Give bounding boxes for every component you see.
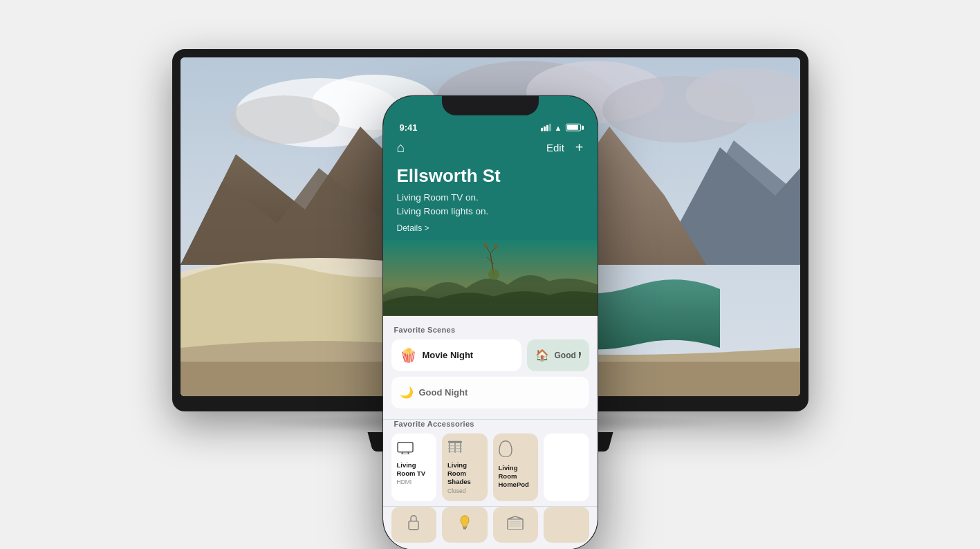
- movie-night-icon: 🍿: [400, 346, 417, 363]
- phone-frame: 9:41 ▲ ⌂ Edit: [383, 96, 598, 549]
- home-details-link[interactable]: Details >: [383, 220, 598, 239]
- accessory-tile-tv[interactable]: Living Room TV HDMI: [391, 433, 437, 501]
- movie-night-label: Movie Night: [423, 350, 474, 360]
- accessory-name-tv: Living Room TV: [397, 460, 432, 478]
- add-button[interactable]: +: [575, 140, 584, 156]
- accessory-tile-shades[interactable]: Living Room Shades Closed: [442, 433, 488, 501]
- good-morning-icon: 🏠: [535, 348, 549, 362]
- good-night-scene-button[interactable]: 🌙 Good Night: [391, 376, 589, 408]
- battery-icon: [566, 124, 581, 131]
- lock-icon: [407, 514, 420, 534]
- wifi-icon: ▲: [555, 123, 562, 131]
- accessory-tile-lock[interactable]: [391, 506, 437, 542]
- phone-container: 9:41 ▲ ⌂ Edit: [383, 96, 598, 549]
- accessory-name-shades: Living Room Shades: [447, 460, 482, 486]
- accessory-tile-bulb[interactable]: [442, 506, 488, 542]
- movie-night-scene-button[interactable]: 🍿 Movie Night: [391, 339, 521, 371]
- svg-point-30: [494, 244, 498, 248]
- accessories-section-title: Favorite Accessories: [391, 419, 589, 433]
- svg-point-3: [229, 95, 340, 144]
- accessory-name-homepod: Living Room HomePod: [499, 463, 533, 489]
- tv-accessory-icon: [397, 440, 414, 458]
- accessory-tile-empty: [544, 433, 589, 501]
- garage-icon: [507, 515, 524, 533]
- good-night-icon: 🌙: [400, 386, 414, 399]
- svg-point-29: [483, 243, 488, 247]
- accessories-section: Favorite Accessories Living Room TV HDMI: [383, 419, 598, 506]
- accessories-bottom: [383, 506, 598, 549]
- good-morning-label: Good Mo: [555, 350, 581, 360]
- bulb-icon: [458, 514, 472, 534]
- status-bar: 9:41 ▲: [383, 115, 598, 136]
- svg-point-31: [488, 268, 499, 279]
- home-actions: Edit +: [546, 140, 584, 156]
- phone-notch: [442, 96, 539, 115]
- good-night-label: Good Night: [419, 387, 468, 398]
- accessory-tile-bottom-empty: [544, 506, 589, 542]
- good-night-row: 🌙 Good Night: [391, 376, 589, 408]
- accessories-bottom-grid: [391, 506, 589, 542]
- home-status-line1: Living Room TV on. Living Room lights on…: [383, 189, 598, 221]
- status-time: 9:41: [400, 122, 418, 133]
- signal-icon: [541, 124, 551, 131]
- scenes-row-1: 🍿 Movie Night 🏠 Good Mo: [391, 339, 589, 371]
- scenes-section-title: Favorite Scenes: [391, 325, 589, 339]
- home-header: ⌂ Edit +: [383, 136, 598, 162]
- accessories-grid: Living Room TV HDMI Living Room Shades C…: [391, 433, 589, 501]
- accessory-sub-shades: Closed: [447, 487, 465, 494]
- landscape-area: [383, 239, 598, 315]
- accessory-tile-garage[interactable]: [493, 506, 539, 542]
- good-morning-scene-button[interactable]: 🏠 Good Mo: [527, 339, 589, 371]
- phone-screen: 9:41 ▲ ⌂ Edit: [383, 96, 598, 549]
- svg-rect-43: [409, 521, 418, 529]
- edit-button[interactable]: Edit: [546, 142, 564, 153]
- accessory-sub-tv: HDMI: [397, 478, 412, 485]
- shades-accessory-icon: [447, 440, 463, 458]
- accessory-tile-homepod[interactable]: Living Room HomePod: [493, 433, 539, 501]
- svg-rect-36: [448, 440, 462, 443]
- svg-rect-32: [398, 442, 413, 452]
- homepod-accessory-icon: [499, 440, 512, 460]
- home-title: Ellsworth St: [383, 162, 598, 189]
- scenes-section: Favorite Scenes 🍿 Movie Night 🏠 Good Mo: [383, 315, 598, 419]
- home-house-icon[interactable]: ⌂: [397, 140, 405, 156]
- status-icons: ▲: [541, 123, 581, 131]
